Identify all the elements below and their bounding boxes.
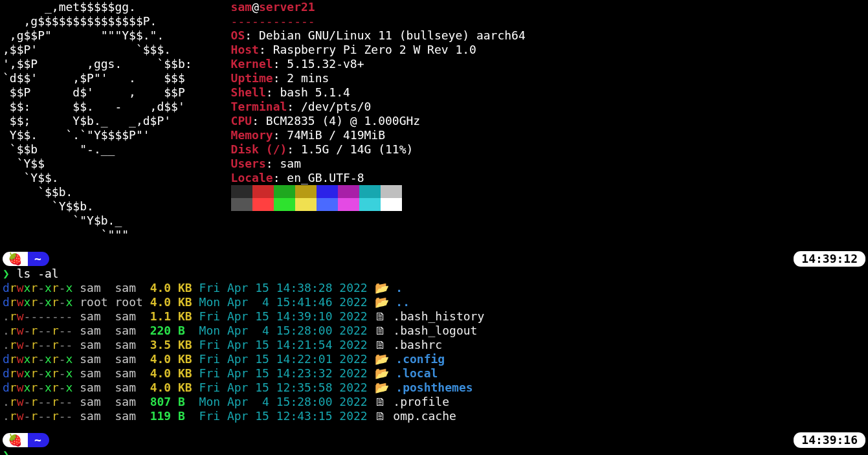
file-name: .config [395,352,445,366]
file-name: .bashrc [393,338,442,351]
file-name: .bash_history [393,309,484,323]
info-memory: Memory: 74MiB / 419MiB [231,128,526,142]
file-icon: 🗎 [375,409,386,423]
color-swatch [359,198,381,211]
file-icon: 🗎 [375,338,386,351]
info-locale: Locale: en_GB.UTF-8 [231,171,526,185]
info-os: OS: Debian GNU/Linux 11 (bullseye) aarch… [231,28,526,43]
list-item: drwxr-xr-x sam sam 4.0 KB Fri Apr 15 14:… [3,366,865,381]
ascii-logo: _,met$$$$$gg. ,g$$$$$$$$$$$$$$$P. ,g$$P"… [3,0,192,242]
system-info: sam@server21 ------------ OS: Debian GNU… [231,0,526,242]
folder-icon: 📂 [375,352,389,366]
file-name: .bash_logout [393,324,477,337]
command-line[interactable]: ❯ ls -al [3,267,865,281]
prompt-os-icon: 🍓 [3,433,28,447]
info-shell: Shell: bash 5.1.4 [231,85,526,100]
user-host: sam@server21 [231,0,526,14]
info-disk-: Disk (/): 1.5G / 14G (11%) [231,142,526,157]
color-swatch [317,185,338,198]
file-icon: 🗎 [375,324,386,337]
color-swatch [381,185,402,198]
color-swatch [338,185,359,198]
hostname: server21 [259,0,315,14]
color-swatch [231,198,252,211]
file-name: .poshthemes [395,381,473,394]
file-icon: 🗎 [375,395,386,408]
command-text: ls -al [17,267,59,280]
prompt-symbol: ❯ [3,448,10,455]
username: sam [231,0,252,14]
color-swatch [274,185,295,198]
terminal[interactable]: _,met$$$$$gg. ,g$$$$$$$$$$$$$$$P. ,g$$P"… [0,0,868,455]
info-kernel: Kernel: 5.15.32-v8+ [231,57,526,71]
file-name: omp.cache [393,409,456,423]
info-terminal: Terminal: /dev/pts/0 [231,100,526,114]
color-swatch [317,198,338,211]
color-swatches [231,185,526,211]
info-cpu: CPU: BCM2835 (4) @ 1.000GHz [231,114,526,128]
file-name: .. [395,295,410,309]
list-item: drwxr-xr-x root root 4.0 KB Mon Apr 4 15… [3,295,865,309]
file-name: .local [395,366,438,380]
folder-icon: 📂 [375,281,389,294]
color-swatch [252,185,274,198]
list-item: .rw------- sam sam 1.1 KB Fri Apr 15 14:… [3,309,865,324]
prompt-symbol: ❯ [3,267,10,280]
prompt-os-icon: 🍓 [3,252,28,266]
file-name: .profile [393,395,449,408]
list-item: .rw-r--r-- sam sam 807 B Mon Apr 4 15:28… [3,395,865,409]
color-swatch [295,198,317,211]
neofetch-output: _,met$$$$$gg. ,g$$$$$$$$$$$$$$$P. ,g$$P"… [3,0,865,242]
list-item: drwxr-xr-x sam sam 4.0 KB Fri Apr 15 12:… [3,381,865,395]
list-item: drwxr-xr-x sam sam 4.0 KB Fri Apr 15 14:… [3,352,865,366]
prompt-path: ~ [28,433,49,447]
separator: ------------ [231,14,526,28]
color-swatch [338,198,359,211]
ls-output: drwxr-xr-x sam sam 4.0 KB Fri Apr 15 14:… [3,281,865,423]
color-swatch [295,185,317,198]
folder-icon: 📂 [375,366,389,380]
folder-icon: 📂 [375,295,389,309]
info-host: Host: Raspberry Pi Zero 2 W Rev 1.0 [231,43,526,57]
color-swatch [231,185,252,198]
command-line[interactable]: ❯ [3,448,865,455]
list-item: .rw-r--r-- sam sam 119 B Fri Apr 15 12:4… [3,409,865,423]
prompt-time: 14:39:16 [794,432,865,448]
list-item: .rw-r--r-- sam sam 3.5 KB Fri Apr 15 14:… [3,338,865,352]
info-users: Users: sam [231,157,526,171]
prompt-bar: 🍓~ 14:39:16 [3,432,865,448]
color-swatch [381,198,402,211]
file-name: . [395,281,403,294]
prompt-path: ~ [28,252,49,266]
file-icon: 🗎 [375,309,386,323]
color-swatch [359,185,381,198]
list-item: drwxr-xr-x sam sam 4.0 KB Fri Apr 15 14:… [3,281,865,295]
folder-icon: 📂 [375,381,389,394]
info-uptime: Uptime: 2 mins [231,71,526,85]
color-swatch [274,198,295,211]
list-item: .rw-r--r-- sam sam 220 B Mon Apr 4 15:28… [3,324,865,338]
color-swatch [252,198,274,211]
prompt-bar: 🍓~ 14:39:12 [3,251,865,267]
prompt-time: 14:39:12 [794,251,865,267]
